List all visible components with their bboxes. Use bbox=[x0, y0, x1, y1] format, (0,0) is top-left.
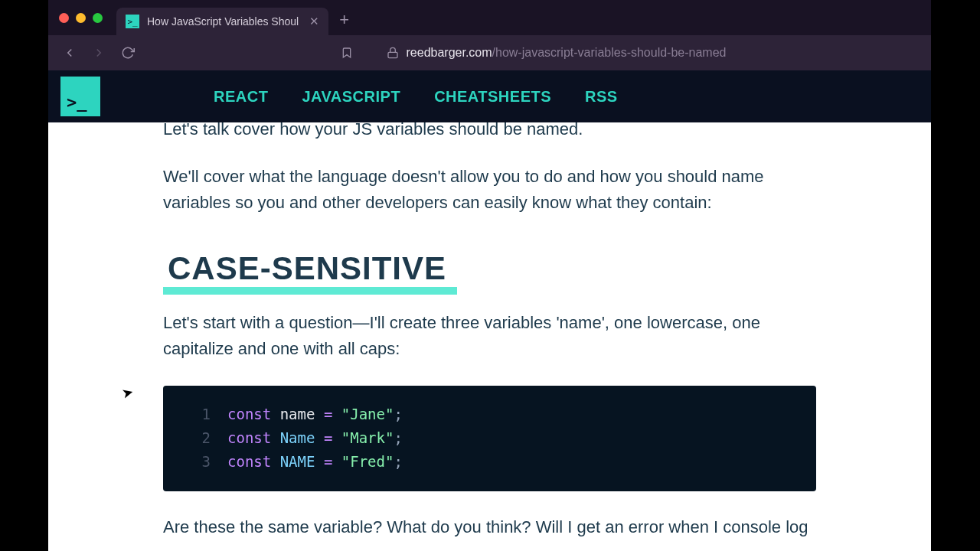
bookmark-icon[interactable] bbox=[341, 47, 353, 59]
nav-link-react[interactable]: REACT bbox=[214, 88, 268, 106]
browser-tab[interactable]: >_ How JavaScript Variables Shoul ✕ bbox=[116, 8, 328, 35]
url-text: reedbarger.com/how-javascript-variables-… bbox=[407, 46, 727, 60]
article-paragraph: Let's start with a question—I'll create … bbox=[163, 310, 816, 362]
nav-link-rss[interactable]: RSS bbox=[585, 88, 618, 106]
close-window-button[interactable] bbox=[59, 13, 69, 23]
address-bar[interactable]: reedbarger.com/how-javascript-variables-… bbox=[146, 46, 920, 60]
tab-close-button[interactable]: ✕ bbox=[309, 15, 319, 28]
nav-link-cheatsheets[interactable]: CHEATSHEETS bbox=[434, 88, 551, 106]
article-paragraph: Are these the same variable? What do you… bbox=[163, 514, 816, 540]
code-block: 1const name = "Jane";2const Name = "Mark… bbox=[163, 386, 816, 491]
window-controls bbox=[59, 13, 103, 23]
tab-favicon: >_ bbox=[126, 15, 139, 28]
tab-title: How JavaScript Variables Shoul bbox=[147, 15, 299, 28]
new-tab-button[interactable]: + bbox=[339, 10, 349, 30]
browser-toolbar: reedbarger.com/how-javascript-variables-… bbox=[48, 35, 931, 70]
code-line: 2const Name = "Mark"; bbox=[185, 426, 795, 450]
site-logo[interactable]: >_ bbox=[60, 77, 100, 116]
section-heading: CASE-SENSITIVE bbox=[163, 243, 451, 293]
code-line: 1const name = "Jane"; bbox=[185, 403, 795, 426]
article-paragraph: Let's talk cover how your JS variables s… bbox=[163, 122, 816, 142]
reload-button[interactable] bbox=[117, 42, 139, 64]
titlebar: >_ How JavaScript Variables Shoul ✕ + bbox=[48, 0, 931, 35]
svg-rect-0 bbox=[388, 52, 397, 57]
article-body: Let's talk cover how your JS variables s… bbox=[48, 122, 931, 540]
site-nav: >_ REACT JAVASCRIPT CHEATSHEETS RSS bbox=[48, 70, 931, 122]
lock-icon bbox=[387, 47, 399, 59]
minimize-window-button[interactable] bbox=[76, 13, 86, 23]
url-path: /how-javascript-variables-should-be-name… bbox=[492, 46, 727, 59]
line-number: 2 bbox=[185, 426, 211, 450]
line-number: 1 bbox=[185, 403, 211, 426]
line-number: 3 bbox=[185, 450, 211, 474]
browser-window: >_ How JavaScript Variables Shoul ✕ + re… bbox=[48, 0, 931, 551]
url-domain: reedbarger.com bbox=[407, 46, 492, 59]
code-line: 3const NAME = "Fred"; bbox=[185, 450, 795, 474]
forward-button[interactable] bbox=[88, 42, 109, 64]
page-content: >_ REACT JAVASCRIPT CHEATSHEETS RSS Let'… bbox=[48, 70, 931, 551]
article-paragraph: We'll cover what the language doesn't al… bbox=[163, 164, 816, 216]
maximize-window-button[interactable] bbox=[93, 13, 103, 23]
back-button[interactable] bbox=[59, 42, 80, 64]
nav-link-javascript[interactable]: JAVASCRIPT bbox=[302, 88, 400, 106]
nav-links: REACT JAVASCRIPT CHEATSHEETS RSS bbox=[214, 88, 618, 106]
